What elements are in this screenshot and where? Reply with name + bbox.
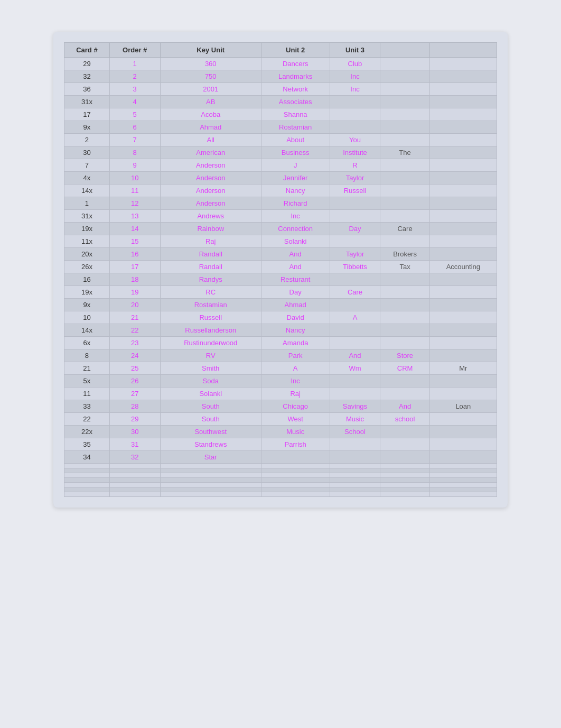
- table-row: 2125SmithAWmCRMMr: [64, 362, 497, 375]
- table-cell: 21: [64, 362, 110, 375]
- table-row: 14x22RussellandersonNancy: [64, 324, 497, 337]
- table-cell: 27: [109, 388, 160, 400]
- table-cell: Inc: [261, 375, 330, 388]
- main-container: Card # Order # Key Unit Unit 2 Unit 3 29…: [53, 32, 508, 508]
- table-cell: [64, 492, 110, 497]
- table-cell: [109, 492, 160, 497]
- table-cell: And: [330, 349, 380, 362]
- table-cell: [429, 134, 497, 146]
- table-cell: Raj: [160, 235, 261, 248]
- table-cell: 19: [109, 286, 160, 299]
- table-cell: 26x: [64, 261, 110, 273]
- table-cell: 24: [109, 349, 160, 362]
- table-row: [64, 483, 497, 487]
- table-cell: [380, 388, 429, 400]
- table-cell: Acoba: [160, 108, 261, 121]
- table-row: 3632001NetworkInc: [64, 83, 497, 96]
- table-cell: [64, 478, 110, 483]
- table-cell: [380, 273, 429, 286]
- table-cell: [330, 492, 380, 497]
- table-cell: [380, 464, 429, 468]
- table-cell: Soda: [160, 375, 261, 388]
- table-row: 1021RussellDavidA: [64, 311, 497, 324]
- table-cell: R: [330, 159, 380, 172]
- table-cell: [380, 83, 429, 96]
- table-cell: 16: [64, 273, 110, 286]
- table-cell: [429, 349, 497, 362]
- table-cell: And: [261, 261, 330, 273]
- table-cell: [330, 96, 380, 108]
- table-cell: [380, 185, 429, 197]
- col-unit3: Unit 3: [330, 43, 380, 58]
- table-cell: [429, 311, 497, 324]
- table-cell: Solanki: [261, 235, 330, 248]
- table-row: [64, 464, 497, 468]
- table-cell: [429, 83, 497, 96]
- table-cell: [380, 108, 429, 121]
- table-cell: [380, 478, 429, 483]
- table-row: 322750LandmarksInc: [64, 70, 497, 83]
- table-cell: 2: [64, 134, 110, 146]
- table-cell: 6: [109, 121, 160, 134]
- table-row: 4x10AndersonJenniferTaylor: [64, 172, 497, 185]
- table-cell: School: [330, 426, 380, 438]
- table-cell: Connection: [261, 223, 330, 235]
- table-cell: 14x: [64, 324, 110, 337]
- table-row: 1127SolankiRaj: [64, 388, 497, 400]
- table-cell: Rostamian: [160, 299, 261, 311]
- table-cell: 2: [109, 70, 160, 83]
- table-cell: [330, 438, 380, 451]
- table-cell: [429, 487, 497, 492]
- table-cell: Tax: [380, 261, 429, 273]
- table-cell: The: [380, 146, 429, 159]
- table-cell: A: [261, 362, 330, 375]
- table-row: [64, 473, 497, 478]
- table-cell: 12: [109, 197, 160, 210]
- table-cell: AB: [160, 96, 261, 108]
- table-row: 3531StandrewsParrish: [64, 438, 497, 451]
- table-cell: Dancers: [261, 58, 330, 70]
- table-cell: Inc: [330, 83, 380, 96]
- table-cell: [380, 483, 429, 487]
- table-row: 1618RandysResturant: [64, 273, 497, 286]
- table-cell: 36: [64, 83, 110, 96]
- table-cell: Nancy: [261, 324, 330, 337]
- table-cell: [64, 468, 110, 473]
- table-cell: CRM: [380, 362, 429, 375]
- table-cell: A: [330, 311, 380, 324]
- table-cell: [429, 121, 497, 134]
- table-cell: American: [160, 146, 261, 159]
- table-cell: [330, 235, 380, 248]
- table-cell: Anderson: [160, 197, 261, 210]
- table-cell: [261, 492, 330, 497]
- table-cell: All: [160, 134, 261, 146]
- table-cell: Standrews: [160, 438, 261, 451]
- table-cell: [429, 96, 497, 108]
- table-cell: Club: [330, 58, 380, 70]
- table-cell: 18: [109, 273, 160, 286]
- table-cell: [429, 235, 497, 248]
- table-cell: [429, 146, 497, 159]
- table-cell: Solanki: [160, 388, 261, 400]
- header-row: Card # Order # Key Unit Unit 2 Unit 3: [64, 43, 497, 58]
- table-cell: Russell: [330, 185, 380, 197]
- table-cell: [429, 464, 497, 468]
- table-cell: [429, 483, 497, 487]
- table-cell: David: [261, 311, 330, 324]
- table-cell: 5x: [64, 375, 110, 388]
- table-cell: [380, 58, 429, 70]
- table-cell: 32: [64, 70, 110, 83]
- table-cell: 14: [109, 223, 160, 235]
- table-cell: 14x: [64, 185, 110, 197]
- table-cell: Associates: [261, 96, 330, 108]
- table-cell: 16: [109, 248, 160, 261]
- table-cell: [429, 324, 497, 337]
- table-row: 14x11AndersonNancyRussell: [64, 185, 497, 197]
- table-cell: Institute: [330, 146, 380, 159]
- table-cell: [330, 210, 380, 223]
- table-cell: Ahmad: [261, 299, 330, 311]
- table-cell: Care: [380, 223, 429, 235]
- table-row: 6x23RustinunderwoodAmanda: [64, 337, 497, 349]
- table-cell: [429, 185, 497, 197]
- table-cell: Amanda: [261, 337, 330, 349]
